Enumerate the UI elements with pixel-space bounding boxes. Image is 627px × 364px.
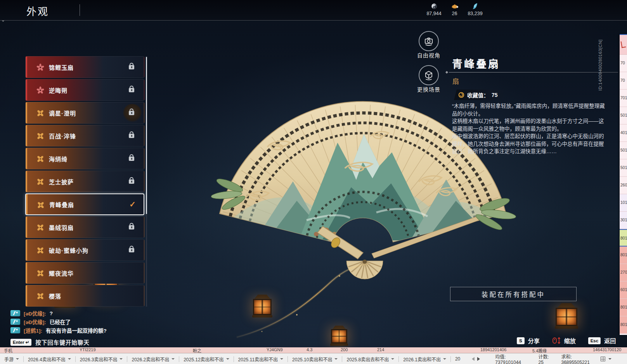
sheet-tab-label: 2026.4卖出和不出 (28, 356, 66, 362)
sheet-tab[interactable]: 2025.10卖出和不出 (288, 356, 342, 362)
sheet-tab-bar: 手游 2026.4卖出和不出 2026.3卖出和不出 2026.2卖出和不出 2… (0, 353, 627, 364)
change-scene-button[interactable] (419, 65, 439, 85)
petal-cluster-icon (36, 247, 44, 254)
tier-bar (26, 148, 27, 169)
tier-bar (26, 262, 27, 283)
collection-value-badge: 收藏值： 75 (454, 90, 506, 100)
tier-bar (26, 79, 27, 100)
petal-cluster-icon (36, 269, 44, 277)
game-footer-buttons: S 分享 缩放 Esc 返回 (517, 336, 616, 345)
change-scene-label: 更换场景 (411, 85, 447, 93)
spreadsheet-cell: 146431700120 (593, 347, 621, 352)
share-label[interactable]: 分享 (528, 336, 540, 345)
sheet-tab[interactable]: 2025.12卖出和不出 (179, 356, 233, 362)
item-label: 芝士披萨 (49, 178, 74, 186)
sidebar-item[interactable]: 逆晦朔 (25, 79, 144, 101)
tab-scroll-left-icon[interactable] (470, 357, 475, 361)
strip-header-mark (621, 41, 626, 48)
description-paragraph: 这柄檀木扇以刀代笔，将渊州画师的泼墨山水刻于方寸之间——这是藏雨阁一众风雅之物中… (452, 117, 605, 133)
item-category: 扇 (452, 76, 460, 86)
chevron-down-icon (16, 358, 19, 361)
item-label: 锦鲤玉扇 (49, 63, 74, 71)
free-camera-label: 自由视角 (411, 51, 447, 59)
sheet-tab[interactable]: 手游 (0, 356, 23, 362)
sidebar-item[interactable]: 芝士披萨 (25, 171, 144, 192)
page-title: 外观 (26, 3, 49, 18)
chat-text: ? (50, 311, 53, 316)
tier-bar (26, 125, 27, 146)
sidebar-item[interactable]: 百战·淬锋 (25, 125, 144, 147)
gold-ingot-icon (450, 2, 459, 10)
lock-icon (129, 157, 134, 161)
equip-all-outfits-button[interactable]: 装配在所有搭配中 (450, 287, 577, 301)
blossom-icon (36, 86, 44, 94)
lantern (330, 326, 348, 347)
sheet-tab[interactable]: 2026.3卖出和不出 (76, 356, 127, 362)
sheet-tab[interactable]: 2025.11卖出和不出 (234, 356, 288, 362)
spreadsheet-cell: 盼之 (193, 347, 201, 353)
spreadsheet-cell: YTI2219 (80, 347, 96, 352)
chat-hint-text: 按下回车键开始聊天 (35, 338, 90, 346)
tab-scroll-right-icon[interactable] (477, 357, 482, 361)
chevron-down-icon (120, 358, 123, 361)
petal-cluster-icon (36, 178, 44, 186)
sidebar-item-selected[interactable]: 青峰叠扇✓ (25, 193, 144, 215)
chevron-down-icon (334, 358, 338, 361)
background-spreadsheet-column: 70 70 701 501 401 501 501 260 101 301 80… (620, 34, 627, 335)
chat-message: [ǝĐ优缘]:? (10, 309, 107, 317)
currency-breeze[interactable]: 83,239 (465, 2, 485, 16)
chat-input-hint[interactable]: Enter ↵ 按下回车键开始聊天 (10, 338, 107, 346)
sheet-grid-icon[interactable] (601, 357, 605, 361)
sidebar-item[interactable]: 谪星·澄明 (25, 102, 144, 124)
sidebar-scrollbar-thumb[interactable] (146, 57, 147, 214)
chat-panel: [ǝĐ优缘]:? [ǝĐ优缘]:已经在了 [道鹤1]:有没有许昌一起双排的额? … (10, 309, 107, 346)
share-keycap[interactable]: S (517, 337, 525, 344)
background-spreadsheet-row: 手机 YTI2219 盼之 YJ4GN9 4.3 200 214 1894120… (0, 347, 627, 353)
sheet-tab[interactable]: 2026.2卖出和不出 (127, 356, 179, 362)
chat-channel-icon (10, 319, 20, 325)
check-icon: ✓ (129, 200, 136, 209)
sheet-tab[interactable]: 2025.8卖出去和不出 (342, 356, 398, 362)
currency-coin-value: 87,944 (426, 11, 441, 16)
avg-value: 7379101044 (495, 360, 521, 364)
sheet-tab-label: 手游 (4, 356, 14, 362)
chevron-down-icon (280, 358, 283, 361)
currency-breeze-value: 83,239 (468, 11, 482, 16)
sheet-tab-label: 2025.11卖出和不出 (238, 356, 278, 362)
free-camera-button[interactable] (419, 31, 439, 51)
chat-sender: [ǝĐ优缘]: (24, 309, 46, 317)
divider-diamond (445, 71, 448, 74)
zoom-label[interactable]: 缩放 (564, 336, 576, 345)
chevron-down-icon[interactable] (608, 358, 611, 361)
description-paragraph: “木扇纤薄，需得轻拿轻放。”藏雨阁库房内，顾清寒低声提醒整理藏品的小伙计。 (452, 102, 605, 117)
sidebar-item[interactable]: 破劫·蜜蜂小狗 (25, 239, 144, 261)
sidebar-item[interactable]: 海绡绮 (25, 148, 144, 169)
tier-bar (26, 171, 27, 192)
sidebar-item[interactable]: 樱落 (25, 285, 144, 307)
spreadsheet-cell-highlighted: 801 (620, 229, 627, 247)
back-label[interactable]: 返回 (604, 336, 616, 345)
spreadsheet-cell: 260 (620, 177, 627, 194)
chat-channel-icon (10, 310, 20, 316)
sheet-tab-label: 2025.12卖出和不出 (184, 356, 223, 362)
currency-ingot[interactable]: 26 (444, 2, 465, 16)
chevron-down-icon (443, 358, 446, 361)
sheet-tab[interactable]: 2026.4卖出和不出 (24, 356, 75, 362)
sidebar-item[interactable]: 锦鲤玉扇 (25, 56, 144, 78)
currency-coin[interactable]: 87,944 (424, 2, 444, 16)
sum-label: 求和: (561, 354, 572, 360)
item-label: 逆晦朔 (49, 86, 68, 94)
cube-icon (424, 70, 434, 80)
sheet-tab[interactable]: 2026.1卖出和不出 (399, 356, 450, 362)
spreadsheet-cell: 701 (620, 90, 627, 107)
spreadsheet-cell: 70 (620, 72, 627, 90)
description-paragraph: 画中烟波浩渺的江河、层峦起伏的群山，正是清寒心中无极山河的模样，她几次想动身去渊… (452, 133, 605, 155)
sidebar-item[interactable]: 墨绒羽扇 (25, 216, 144, 238)
chevron-down-icon (68, 358, 71, 361)
sidebar-item[interactable]: 耀夜流华 (25, 262, 144, 284)
spreadsheet-cell: 501 (620, 142, 627, 159)
esc-keycap[interactable]: Esc (588, 337, 601, 344)
lock-icon (129, 65, 134, 69)
sheet-tab[interactable]: 20 (451, 356, 464, 362)
chat-sender: [道鹤1]: (24, 326, 42, 334)
